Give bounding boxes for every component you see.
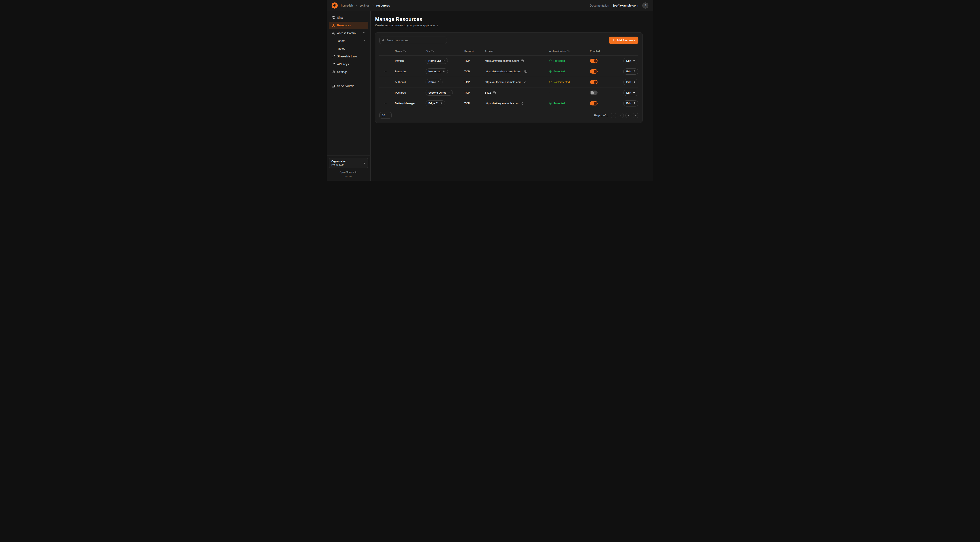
chevrons-right-icon bbox=[634, 114, 637, 117]
sort-icon bbox=[403, 49, 406, 53]
resource-name: Battery Manager bbox=[395, 102, 426, 105]
edit-label: Edit bbox=[626, 91, 631, 94]
resources-card: Add Resource Name Site bbox=[375, 32, 643, 123]
column-header-enabled: Enabled bbox=[590, 49, 600, 53]
row-actions-button[interactable] bbox=[382, 59, 388, 63]
add-resource-button[interactable]: Add Resource bbox=[609, 37, 638, 44]
copy-icon bbox=[523, 81, 526, 83]
sidebar-item-access-control[interactable]: Access Control bbox=[329, 29, 368, 37]
column-header-site[interactable]: Site bbox=[426, 49, 434, 53]
chevron-right-icon bbox=[627, 114, 630, 117]
row-actions-button[interactable] bbox=[382, 90, 388, 95]
enabled-toggle[interactable] bbox=[590, 101, 598, 105]
auth-label: Protected bbox=[554, 59, 565, 62]
site-link[interactable]: Second Office bbox=[426, 90, 453, 96]
access-value: https://authentik.example.com bbox=[485, 81, 521, 84]
arrow-up-right-icon bbox=[443, 59, 445, 62]
avatar[interactable]: J bbox=[642, 2, 648, 9]
enabled-toggle[interactable] bbox=[590, 80, 598, 84]
topbar-right: Documentation joe@example.com J bbox=[590, 2, 648, 9]
copy-button[interactable] bbox=[520, 102, 524, 105]
copy-icon bbox=[521, 59, 524, 62]
sidebar-item-users[interactable]: Users bbox=[329, 37, 368, 45]
search-wrap bbox=[379, 37, 447, 44]
pagination: Page 1 of 1 bbox=[594, 113, 639, 118]
protocol: TCP bbox=[465, 91, 485, 94]
search-icon bbox=[382, 38, 384, 42]
sidebar-item-api-keys[interactable]: API Keys bbox=[329, 61, 368, 68]
auth-status: Protected bbox=[549, 102, 590, 105]
copy-button[interactable] bbox=[524, 70, 528, 73]
gear-icon bbox=[332, 70, 335, 73]
pangolin-logo[interactable] bbox=[332, 2, 338, 9]
chevron-left-icon bbox=[620, 114, 622, 117]
sidebar-item-shareable-links[interactable]: Shareable Links bbox=[329, 53, 368, 60]
open-source-link[interactable]: Open Source bbox=[339, 171, 358, 174]
organization-selector[interactable]: Organization Home Lab bbox=[329, 158, 368, 168]
edit-button[interactable]: Edit bbox=[623, 100, 638, 107]
ellipsis-icon bbox=[383, 70, 387, 73]
row-actions-button[interactable] bbox=[382, 80, 388, 84]
edit-button[interactable]: Edit bbox=[623, 90, 638, 96]
table-row: Immich Home Lab TCP https://immich.examp… bbox=[379, 56, 638, 66]
enabled-toggle[interactable] bbox=[590, 91, 598, 95]
auth-label: Not Protected bbox=[554, 81, 570, 84]
sidebar-item-label: Shareable Links bbox=[337, 55, 358, 58]
grid-icon bbox=[332, 16, 335, 19]
copy-button[interactable] bbox=[523, 80, 527, 84]
resource-name: Immich bbox=[395, 59, 426, 62]
sidebar-item-settings[interactable]: Settings bbox=[329, 68, 368, 76]
column-header-protocol: Protocol bbox=[465, 49, 474, 53]
enabled-toggle[interactable] bbox=[590, 59, 598, 63]
documentation-link[interactable]: Documentation bbox=[590, 4, 609, 7]
sort-icon bbox=[431, 49, 434, 53]
site-name: Office bbox=[428, 81, 436, 84]
row-actions-button[interactable] bbox=[382, 101, 388, 106]
column-header-authentication[interactable]: Authentication bbox=[549, 49, 570, 53]
auth-status: Protected bbox=[549, 70, 590, 73]
breadcrumb-settings[interactable]: settings bbox=[360, 4, 369, 7]
sidebar: Sites Resources Access Control Users bbox=[327, 11, 371, 181]
edit-button[interactable]: Edit bbox=[623, 69, 638, 75]
sidebar-item-roles[interactable]: Roles bbox=[329, 45, 368, 52]
sidebar-item-sites[interactable]: Sites bbox=[329, 14, 368, 21]
sidebar-item-resources[interactable]: Resources bbox=[329, 22, 368, 29]
copy-button[interactable] bbox=[493, 91, 496, 94]
previous-page-button[interactable] bbox=[618, 113, 624, 118]
search-input[interactable] bbox=[379, 37, 447, 44]
site-link[interactable]: Home Lab bbox=[426, 69, 448, 74]
copy-icon bbox=[524, 70, 527, 73]
table-row: Bitwarden Home Lab TCP https://bitwarden… bbox=[379, 66, 638, 77]
breadcrumb-home-lab[interactable]: home-lab bbox=[341, 4, 353, 7]
protocol: TCP bbox=[465, 81, 485, 84]
arrow-right-icon bbox=[633, 81, 636, 84]
edit-label: Edit bbox=[626, 59, 631, 62]
page-size-select[interactable]: 20 bbox=[379, 112, 391, 118]
edit-button[interactable]: Edit bbox=[623, 79, 638, 85]
row-actions-button[interactable] bbox=[382, 69, 388, 74]
copy-button[interactable] bbox=[521, 59, 524, 62]
chevron-right-icon bbox=[372, 4, 374, 7]
last-page-button[interactable] bbox=[633, 113, 638, 118]
resource-name: Bitwarden bbox=[395, 70, 426, 73]
page-subtitle: Create secure proxies to your private ap… bbox=[375, 24, 643, 27]
site-link[interactable]: Edge 01 bbox=[426, 100, 445, 106]
table-toolbar: Add Resource bbox=[379, 37, 638, 44]
site-link[interactable]: Home Lab bbox=[426, 58, 448, 64]
edit-button[interactable]: Edit bbox=[623, 58, 638, 64]
page-size-value: 20 bbox=[382, 114, 385, 117]
ellipsis-icon bbox=[383, 102, 387, 105]
edit-label: Edit bbox=[626, 81, 631, 84]
sidebar-item-label: API Keys bbox=[337, 62, 349, 66]
site-name: Second Office bbox=[428, 91, 446, 94]
site-link[interactable]: Office bbox=[426, 79, 442, 85]
arrow-up-right-icon bbox=[443, 70, 445, 73]
next-page-button[interactable] bbox=[625, 113, 631, 118]
column-header-access: Access bbox=[485, 49, 493, 53]
column-header-name[interactable]: Name bbox=[395, 49, 406, 53]
chevrons-up-down-icon bbox=[363, 161, 366, 165]
first-page-button[interactable] bbox=[611, 113, 616, 118]
sidebar-item-server-admin[interactable]: Server Admin bbox=[329, 82, 368, 90]
copy-icon bbox=[493, 91, 496, 94]
enabled-toggle[interactable] bbox=[590, 69, 598, 73]
